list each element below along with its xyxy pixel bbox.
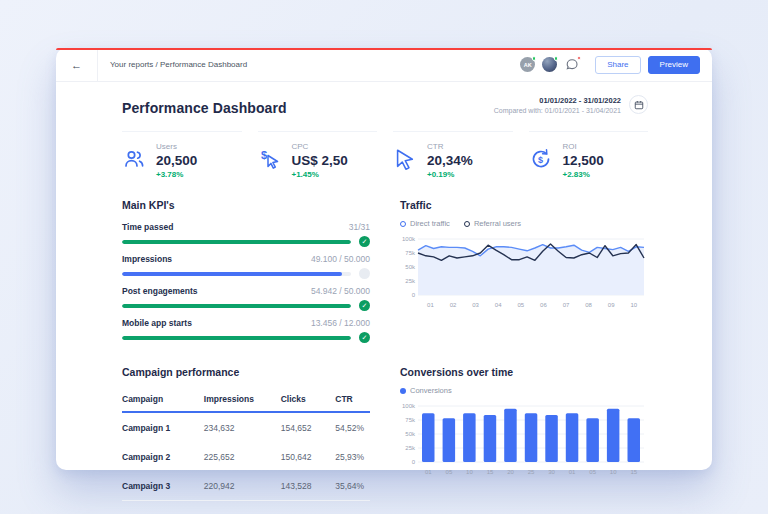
legend-label: Conversions bbox=[410, 386, 452, 395]
table-cell: 143,528 bbox=[281, 471, 336, 501]
bar[interactable] bbox=[443, 418, 456, 462]
calendar-icon bbox=[634, 100, 644, 110]
legend-swatch-icon bbox=[464, 221, 470, 227]
kpi-card-users: Users20,500+3.78% bbox=[122, 131, 242, 179]
pending-circle-icon bbox=[359, 268, 370, 279]
column-header[interactable]: Clicks bbox=[281, 389, 336, 412]
traffic-section: Traffic Direct trafficReferral users 100… bbox=[400, 199, 648, 350]
svg-text:02: 02 bbox=[450, 302, 457, 308]
campaign-performance-section: Campaign performance CampaignImpressions… bbox=[122, 366, 370, 501]
table-cell: 225,652 bbox=[204, 442, 281, 471]
traffic-legend: Direct trafficReferral users bbox=[400, 219, 648, 228]
table-cell: 25,93% bbox=[335, 442, 370, 471]
legend-swatch-icon bbox=[400, 388, 406, 394]
kpi-row: Users20,500+3.78%$CPCUS$ 2,50+1.45%CTR20… bbox=[122, 131, 648, 179]
table-cell: Campaign 2 bbox=[122, 442, 204, 471]
kpi-change: +2.83% bbox=[563, 170, 604, 179]
progress-fill bbox=[122, 304, 351, 308]
table-row[interactable]: Campaign 3220,942143,52835,64% bbox=[122, 471, 370, 501]
progress-track bbox=[122, 304, 351, 308]
svg-text:75k: 75k bbox=[405, 417, 416, 423]
bar[interactable] bbox=[545, 415, 558, 462]
svg-text:30: 30 bbox=[548, 469, 555, 475]
section-title: Main KPI's bbox=[122, 199, 370, 211]
progress-row: Impressions49.100 / 50.000 bbox=[122, 254, 370, 279]
preview-button[interactable]: Preview bbox=[648, 56, 700, 74]
svg-text:$: $ bbox=[261, 149, 267, 161]
legend-item[interactable]: Conversions bbox=[400, 386, 452, 395]
progress-value: 31/31 bbox=[349, 222, 370, 232]
bar[interactable] bbox=[484, 415, 497, 462]
kpi-value: 20,34% bbox=[427, 153, 473, 168]
calendar-button[interactable] bbox=[629, 95, 648, 114]
legend-label: Referral users bbox=[474, 219, 521, 228]
bar[interactable] bbox=[607, 409, 620, 462]
legend-swatch-icon bbox=[400, 221, 406, 227]
svg-text:09: 09 bbox=[608, 302, 615, 308]
bar[interactable] bbox=[525, 413, 538, 462]
table-cell: 154,652 bbox=[281, 412, 336, 442]
dashboard-content: Performance Dashboard 01/01/2022 - 31/01… bbox=[56, 82, 712, 501]
bar[interactable] bbox=[566, 413, 579, 462]
bar[interactable] bbox=[504, 409, 517, 462]
table-cell: 220,942 bbox=[204, 471, 281, 501]
svg-text:08: 08 bbox=[585, 302, 592, 308]
progress-row: Mobile app starts13.456 / 12.000✓ bbox=[122, 318, 370, 343]
notification-dot bbox=[577, 56, 582, 61]
conversions-section: Conversions over time Conversions 100k75… bbox=[400, 366, 648, 501]
kpi-label: ROI bbox=[563, 142, 604, 151]
column-header[interactable]: CTR bbox=[335, 389, 370, 412]
traffic-line-chart: 100k75k50k25k001020304050607080910 bbox=[400, 233, 648, 311]
svg-text:04: 04 bbox=[495, 302, 502, 308]
svg-text:0: 0 bbox=[412, 292, 416, 298]
kpi-value: US$ 2,50 bbox=[292, 153, 348, 168]
main-kpis-section: Main KPI's Time passed31/31✓Impressions4… bbox=[122, 199, 370, 350]
kpi-change: +3.78% bbox=[156, 170, 197, 179]
svg-text:06: 06 bbox=[540, 302, 547, 308]
svg-text:07: 07 bbox=[563, 302, 570, 308]
kpi-card-roi: $ROI12,500+2.83% bbox=[529, 131, 649, 179]
progress-label: Post engagements bbox=[122, 286, 198, 296]
breadcrumb: Your reports / Performance Dashboard bbox=[110, 60, 247, 69]
bar[interactable] bbox=[628, 418, 641, 462]
progress-value: 13.456 / 12.000 bbox=[311, 318, 370, 328]
progress-value: 49.100 / 50.000 bbox=[311, 254, 370, 264]
kpi-change: +1.45% bbox=[292, 170, 348, 179]
bar[interactable] bbox=[586, 418, 599, 462]
online-status-dot bbox=[554, 56, 559, 61]
check-circle-icon: ✓ bbox=[359, 332, 370, 343]
back-button[interactable]: ← bbox=[56, 48, 98, 82]
column-header[interactable]: Impressions bbox=[204, 389, 281, 412]
kpi-value: 12,500 bbox=[563, 153, 604, 168]
svg-text:20: 20 bbox=[507, 469, 514, 475]
section-title: Traffic bbox=[400, 199, 648, 211]
svg-text:01: 01 bbox=[425, 469, 432, 475]
kpi-change: +0.19% bbox=[427, 170, 473, 179]
header-row: Performance Dashboard 01/01/2022 - 31/01… bbox=[122, 95, 648, 116]
legend-label: Direct traffic bbox=[410, 219, 450, 228]
kpi-card-ctr: CTR20,34%+0.19% bbox=[393, 131, 513, 179]
table-row[interactable]: Campaign 1234,632154,65254,52% bbox=[122, 412, 370, 442]
legend-item[interactable]: Referral users bbox=[464, 219, 521, 228]
svg-text:01: 01 bbox=[569, 469, 576, 475]
dashboard-grid: Main KPI's Time passed31/31✓Impressions4… bbox=[122, 199, 648, 501]
bar[interactable] bbox=[463, 413, 476, 462]
date-range[interactable]: 01/01/2022 - 31/01/2022 bbox=[494, 96, 621, 105]
progress-list: Time passed31/31✓Impressions49.100 / 50.… bbox=[122, 222, 370, 343]
bar[interactable] bbox=[422, 413, 435, 462]
share-button[interactable]: Share bbox=[595, 56, 640, 74]
progress-label: Mobile app starts bbox=[122, 318, 192, 328]
avatar[interactable] bbox=[542, 57, 557, 72]
svg-text:10: 10 bbox=[466, 469, 473, 475]
column-header[interactable]: Campaign bbox=[122, 389, 204, 412]
svg-text:05: 05 bbox=[589, 469, 596, 475]
table-cell: Campaign 3 bbox=[122, 471, 204, 501]
progress-label: Impressions bbox=[122, 254, 172, 264]
svg-text:01: 01 bbox=[427, 302, 434, 308]
legend-item[interactable]: Direct traffic bbox=[400, 219, 450, 228]
avatar[interactable]: AK bbox=[520, 57, 535, 72]
comments-icon[interactable] bbox=[564, 57, 580, 73]
svg-text:05: 05 bbox=[446, 469, 453, 475]
table-row[interactable]: Campaign 2225,652150,64225,93% bbox=[122, 442, 370, 471]
avatar-initials: AK bbox=[524, 62, 532, 68]
